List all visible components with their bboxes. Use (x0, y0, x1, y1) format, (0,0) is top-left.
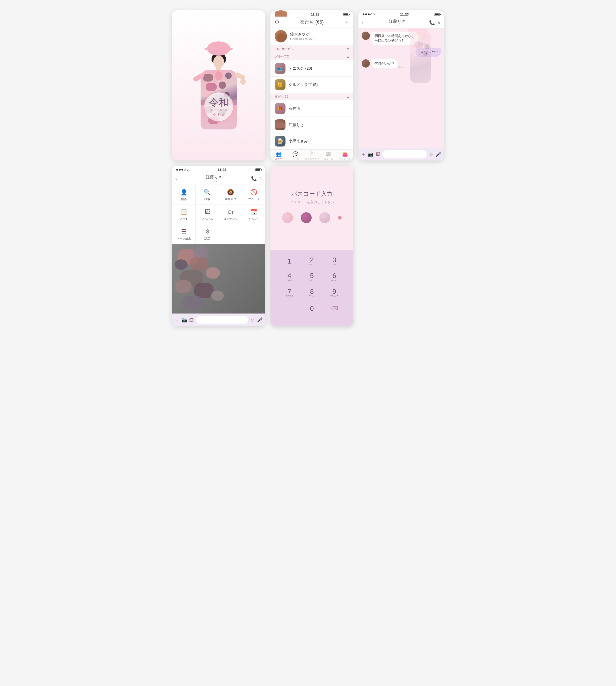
settings-chevron-icon[interactable]: ∧ (259, 176, 262, 181)
section-friends65[interactable]: 友だち 65 ∧ (270, 93, 353, 101)
key-delete[interactable]: ⌫ (326, 303, 343, 314)
settings-search[interactable]: 🔍 検索 (195, 185, 219, 204)
section-group2[interactable]: グループ2 ∧ (270, 53, 353, 60)
chat-signal-dots (362, 14, 375, 15)
settings-event[interactable]: 📅 イベント (242, 204, 265, 224)
key-6[interactable]: 6 MNO (326, 271, 343, 283)
settings-mic-icon[interactable]: 🎤 (257, 317, 263, 323)
tab-friends[interactable]: 👥 友だち (270, 150, 287, 160)
key-7[interactable]: 7 PQRS (281, 287, 298, 298)
config-label: 設定 (204, 237, 210, 241)
friend-eto-info: 江藤りさ (289, 123, 349, 127)
splash-screen: 令和 は ずみれ ゆ ✿ ✻ ✿ (172, 10, 265, 160)
settings-grid-row2: 📋 ノート 🖼 アルバム 🗂 コンテンツ 📅 イベント (172, 204, 265, 224)
passcode-screen: パスコード入力 パスコードを入力して下さい (270, 166, 353, 326)
reiwa-flowers: ✿ ✻ ✿ (213, 113, 225, 116)
group-gourmet-info: グルメクラブ (5) (289, 82, 349, 87)
friend-ishii-avatar: 🎁 (274, 103, 285, 114)
key-empty (281, 303, 298, 314)
back-button[interactable]: ‹ (361, 20, 364, 26)
plus-icon[interactable]: ＋ (361, 151, 366, 157)
section-line-service[interactable]: LINEサービス ∨ (270, 45, 353, 53)
msg-row-2: いいよ～*^^* (361, 48, 441, 57)
app-container: 令和 は ずみれ ゆ ✿ ✻ ✿ (172, 10, 444, 326)
tab-timeline[interactable]: ⏱ タイムライン (304, 150, 320, 160)
key-4-number: 4 (288, 272, 291, 279)
key-3[interactable]: 3 DEF (326, 255, 343, 267)
passcode-dot-1 (282, 212, 293, 223)
settings-emoji-icon[interactable]: ☺ (250, 317, 255, 323)
emoji-icon[interactable]: ☺ (429, 152, 434, 157)
friend-ishii[interactable]: 🎁 石井涼 (270, 101, 353, 117)
event-icon: 📅 (250, 209, 257, 215)
talk-edit-icon: ☰ (181, 228, 186, 235)
chat-battery-icon (434, 13, 440, 16)
camera-icon[interactable]: 📷 (368, 151, 373, 157)
wallet-tab-label: ウォレット (339, 157, 351, 160)
chat-clock: 11:23 (400, 13, 409, 16)
settings-battery (256, 168, 261, 171)
battery (344, 13, 349, 16)
settings-screen: 11:23 ‹ 江藤りさ • • • 📞 ∧ (172, 166, 265, 326)
chat-title-dots: • • • (366, 24, 429, 27)
key-8[interactable]: 8 TUV (303, 287, 320, 298)
settings-block[interactable]: 🚫 ブロック (242, 185, 265, 204)
settings-camera-icon[interactable]: 📷 (181, 317, 187, 323)
settings-talk-edit[interactable]: ☰ トーク編集 (172, 224, 195, 244)
settings-config[interactable]: ⚙ 設定 (195, 224, 219, 244)
settings-content[interactable]: 🗂 コンテンツ (219, 204, 242, 224)
key-6-number: 6 (332, 272, 336, 279)
section-line-label: LINEサービス (274, 47, 294, 51)
friend-eto[interactable]: 江藤りさ (270, 117, 353, 133)
settings-title-dots: • • • (177, 180, 251, 182)
wallet-tab-icon: 👛 (342, 151, 348, 157)
block-icon: 🚫 (250, 189, 257, 196)
settings-message-input[interactable] (196, 316, 248, 324)
image-icon[interactable]: 🖼 (376, 152, 380, 157)
friends-tab-label: 友だち (276, 157, 282, 160)
key-4[interactable]: 4 GHI (281, 271, 298, 283)
chat-messages-area: 明日昼ごろ時間あるかな。一緒にランチどう? 11:22 いいよ～*^^* 何時が… (358, 28, 444, 148)
album-label: アルバム (202, 217, 213, 221)
settings-plus-icon[interactable]: ＋ (175, 317, 179, 323)
settings-icon[interactable]: ⚙ (274, 19, 279, 25)
chat-title: 江藤りさ (366, 19, 429, 24)
settings-note[interactable]: 📋 ノート (172, 204, 195, 224)
settings-image-icon[interactable]: 🖼 (189, 317, 194, 323)
chevron-down-icon[interactable]: ∨ (437, 20, 441, 26)
settings-back-button[interactable]: ‹ (175, 175, 177, 182)
settings-phone-icon[interactable]: 📞 (251, 176, 257, 181)
settings-mute[interactable]: 🔕 通知オフ (219, 185, 242, 204)
key-9[interactable]: 9 WXYZ (326, 287, 343, 298)
msg-time-1: 11:22 (419, 42, 425, 45)
group-gourmet[interactable]: 🐱 グルメクラブ (5) (270, 76, 353, 93)
mic-icon[interactable]: 🎤 (436, 151, 441, 157)
key-5-letters: JKL (310, 279, 314, 282)
event-label: イベント (248, 217, 260, 221)
tab-chats[interactable]: 💬 トーク (287, 150, 304, 160)
friend-oguro[interactable]: 🍺 小黒まさみ (270, 133, 353, 149)
msg-avatar-eto (361, 31, 370, 40)
tab-wallet[interactable]: 👛 ウォレット (337, 150, 353, 160)
note-label: ノート (180, 217, 188, 221)
tab-news[interactable]: 📰 ニュース (320, 150, 337, 160)
passcode-subtitle: パスコードを入力して下さい (290, 200, 334, 204)
key-5[interactable]: 5 JKL (303, 271, 320, 283)
settings-album[interactable]: 🖼 アルバム (195, 204, 219, 224)
group-tennis-avatar: 👟 (274, 63, 285, 74)
key-0[interactable]: 0 (303, 303, 320, 314)
message-input[interactable] (382, 150, 427, 158)
add-friend-icon[interactable]: ＋ (345, 19, 349, 25)
group-tennis[interactable]: 👟 テニス会 (20) (270, 60, 353, 76)
friend-info-sayaka: 鈴木さやか Good luck to you (290, 32, 349, 41)
tab-bar: 👥 友だち 💬 トーク ⏱ タイムライン 📰 ニュース 👛 ウォレッ (270, 149, 353, 160)
key-1[interactable]: 1 (281, 255, 298, 267)
settings-invite[interactable]: 👤 招待 (172, 185, 195, 204)
key-0-number: 0 (310, 305, 314, 312)
passcode-dot-3 (320, 212, 330, 223)
featured-friend[interactable]: 鈴木さやか Good luck to you (270, 27, 353, 45)
key-3-letters: DEF (332, 263, 337, 266)
search-icon: 🔍 (204, 189, 211, 196)
phone-icon[interactable]: 📞 (429, 20, 435, 26)
key-2[interactable]: 2 ABC (303, 255, 320, 267)
